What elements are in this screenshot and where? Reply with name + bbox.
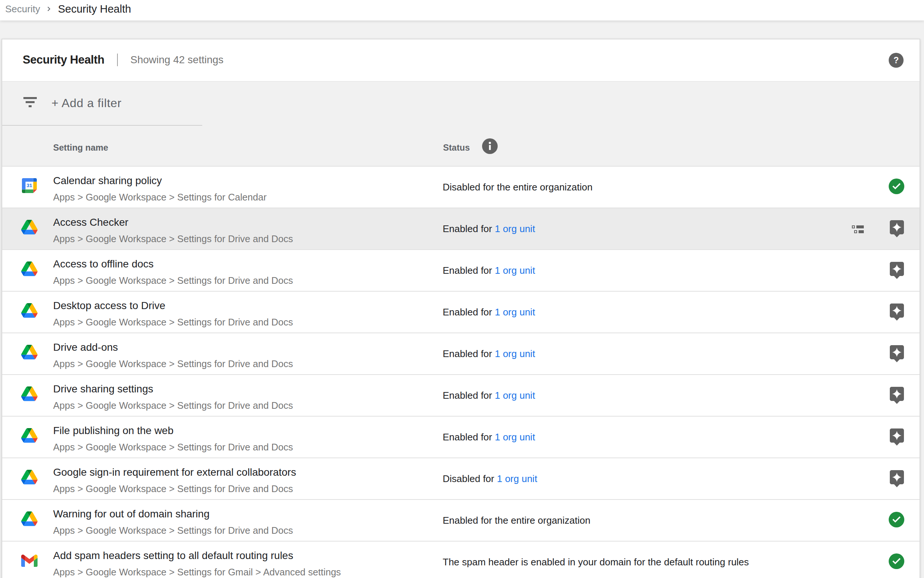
svg-text:?: ?	[893, 55, 899, 65]
svg-text:31: 31	[26, 183, 32, 188]
